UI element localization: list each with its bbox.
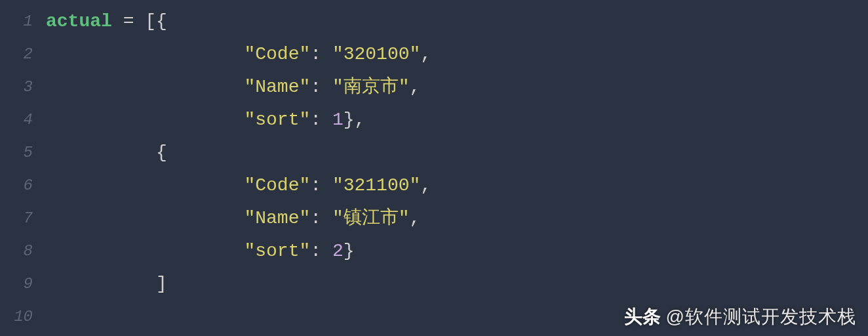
colon: : bbox=[310, 77, 332, 97]
code-line: "Code": "321100", bbox=[46, 169, 868, 202]
colon: : bbox=[310, 241, 332, 261]
comma: , bbox=[420, 175, 431, 196]
comma: , bbox=[410, 77, 421, 97]
line-number: 4 bbox=[0, 104, 33, 136]
colon: : bbox=[310, 208, 332, 228]
line-number: 2 bbox=[0, 38, 33, 71]
json-value-string: "南京市" bbox=[332, 77, 410, 97]
watermark-handle: @软件测试开发技术栈 bbox=[666, 304, 856, 329]
code-line: "Code": "320100", bbox=[46, 38, 868, 71]
colon: : bbox=[310, 44, 332, 64]
comma: , bbox=[420, 44, 431, 64]
code-content[interactable]: actual = [{ "Code": "320100", "Name": "南… bbox=[46, 0, 868, 336]
line-number: 9 bbox=[0, 268, 33, 301]
json-key: "Name" bbox=[244, 208, 310, 228]
indent bbox=[46, 142, 156, 163]
json-key: "Name" bbox=[244, 77, 310, 97]
close-brace: } bbox=[344, 241, 355, 261]
json-key: "sort" bbox=[244, 110, 310, 130]
open-bracket: [{ bbox=[145, 11, 167, 32]
json-key: "Code" bbox=[244, 44, 310, 64]
code-line: "sort": 2} bbox=[46, 235, 868, 268]
line-number: 10 bbox=[0, 301, 33, 333]
colon: : bbox=[310, 175, 332, 196]
close-brace-comma: }, bbox=[344, 110, 366, 130]
code-editor[interactable]: 1 2 3 4 5 6 7 8 9 10 actual = [{ "Code":… bbox=[0, 0, 868, 336]
code-line: "Name": "南京市", bbox=[46, 71, 868, 104]
code-line: "Name": "镇江市", bbox=[46, 202, 868, 235]
line-number: 6 bbox=[0, 169, 33, 202]
watermark-source: 头条 bbox=[624, 304, 661, 329]
code-line: actual = [{ bbox=[46, 5, 868, 38]
open-brace: { bbox=[156, 142, 167, 163]
line-number: 3 bbox=[0, 71, 33, 104]
line-number-gutter: 1 2 3 4 5 6 7 8 9 10 bbox=[0, 0, 46, 336]
json-value-string: "321100" bbox=[332, 175, 420, 196]
code-line: "sort": 1}, bbox=[46, 104, 868, 136]
json-value-string: "320100" bbox=[332, 44, 420, 64]
code-line: { bbox=[46, 136, 868, 169]
close-bracket: ] bbox=[156, 274, 167, 294]
indent bbox=[46, 77, 244, 97]
watermark: 头条 @软件测试开发技术栈 bbox=[624, 304, 856, 329]
indent bbox=[46, 175, 244, 196]
json-key: "sort" bbox=[244, 241, 310, 261]
json-value-number: 1 bbox=[332, 110, 344, 130]
line-number: 1 bbox=[0, 5, 33, 38]
code-line: ] bbox=[46, 268, 868, 301]
json-value-string: "镇江市" bbox=[332, 208, 410, 228]
line-number: 8 bbox=[0, 235, 33, 268]
colon: : bbox=[310, 110, 332, 130]
json-value-number: 2 bbox=[332, 241, 344, 261]
json-key: "Code" bbox=[244, 175, 310, 196]
indent bbox=[46, 44, 244, 64]
line-number: 7 bbox=[0, 202, 33, 235]
line-number: 5 bbox=[0, 136, 33, 169]
indent bbox=[46, 241, 244, 261]
indent bbox=[46, 110, 244, 130]
variable-name: actual bbox=[46, 11, 112, 32]
indent bbox=[46, 208, 244, 228]
comma: , bbox=[410, 208, 421, 228]
indent bbox=[46, 274, 156, 294]
assignment-operator: = bbox=[112, 11, 145, 32]
